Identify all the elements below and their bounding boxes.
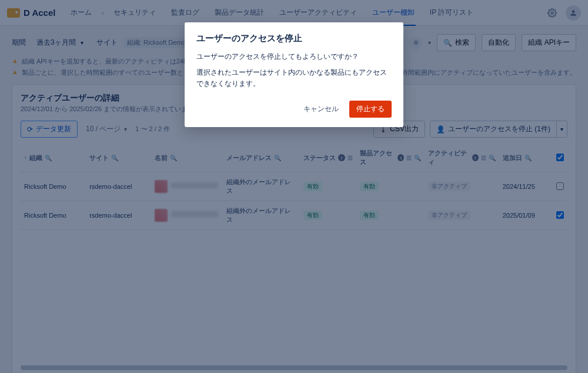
dialog-line2: 選択されたユーザーはサイト内のいかなる製品にもアクセスできなくなります。 — [196, 67, 392, 89]
dialog-title: ユーザーのアクセスを停止 — [196, 33, 392, 44]
suspend-access-dialog: ユーザーのアクセスを停止 ユーザーのアクセスを停止してもよろしいですか？ 選択さ… — [185, 22, 403, 127]
dialog-line1: ユーザーのアクセスを停止してもよろしいですか？ — [196, 51, 392, 62]
cancel-button[interactable]: キャンセル — [298, 101, 345, 118]
modal-overlay: ユーザーのアクセスを停止 ユーザーのアクセスを停止してもよろしいですか？ 選択さ… — [0, 0, 588, 373]
confirm-suspend-button[interactable]: 停止する — [349, 101, 392, 118]
